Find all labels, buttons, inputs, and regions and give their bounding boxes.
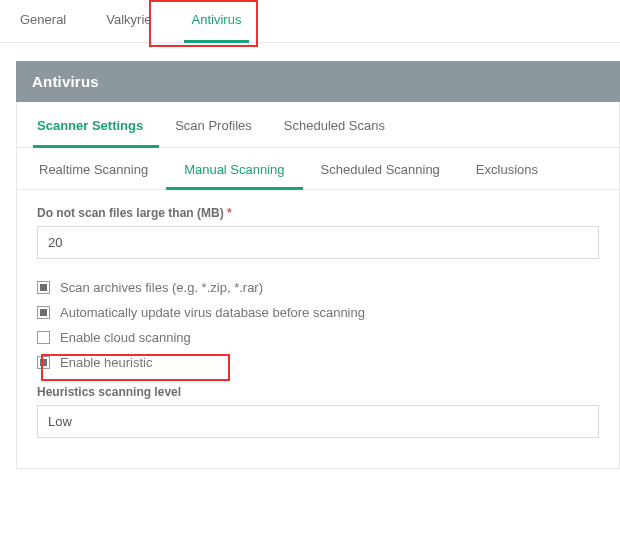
checkbox-heuristic-label: Enable heuristic bbox=[60, 355, 153, 370]
checkbox-archives-icon[interactable] bbox=[37, 281, 50, 294]
section-tab-scheduled-scans[interactable]: Scheduled Scans bbox=[268, 102, 401, 147]
panel-body: Scanner Settings Scan Profiles Scheduled… bbox=[16, 102, 620, 469]
settings-page: General Valkyrie Antivirus Antivirus Sca… bbox=[0, 0, 620, 534]
checkbox-cloud-icon[interactable] bbox=[37, 331, 50, 344]
section-tabs: Scanner Settings Scan Profiles Scheduled… bbox=[17, 102, 619, 148]
panel-wrap: Antivirus Scanner Settings Scan Profiles… bbox=[0, 43, 620, 469]
tab-antivirus[interactable]: Antivirus bbox=[172, 0, 262, 42]
section-tab-scanner-settings[interactable]: Scanner Settings bbox=[33, 102, 159, 147]
checkbox-autoupdate-label: Automatically update virus database befo… bbox=[60, 305, 365, 320]
sub-tab-scheduled[interactable]: Scheduled Scanning bbox=[303, 148, 458, 189]
heuristic-level-label: Heuristics scanning level bbox=[37, 385, 599, 399]
checkbox-archives-row[interactable]: Scan archives files (e.g. *.zip, *.rar) bbox=[37, 275, 599, 300]
checkbox-heuristic-icon[interactable] bbox=[37, 356, 50, 369]
sub-tab-realtime[interactable]: Realtime Scanning bbox=[35, 148, 166, 189]
file-size-input[interactable] bbox=[37, 226, 599, 259]
checkbox-cloud-row[interactable]: Enable cloud scanning bbox=[37, 325, 599, 350]
heuristic-level-input[interactable] bbox=[37, 405, 599, 438]
file-size-label-text: Do not scan files large than (MB) bbox=[37, 206, 224, 220]
checkbox-cloud-label: Enable cloud scanning bbox=[60, 330, 191, 345]
sub-tabs: Realtime Scanning Manual Scanning Schedu… bbox=[17, 148, 619, 190]
form-area: Do not scan files large than (MB) * Scan… bbox=[17, 190, 619, 468]
checkbox-autoupdate-icon[interactable] bbox=[37, 306, 50, 319]
panel-title: Antivirus bbox=[16, 61, 620, 102]
checkbox-archives-label: Scan archives files (e.g. *.zip, *.rar) bbox=[60, 280, 263, 295]
top-tabs: General Valkyrie Antivirus bbox=[0, 0, 620, 43]
sub-tab-exclusions[interactable]: Exclusions bbox=[458, 148, 556, 189]
section-tab-scan-profiles[interactable]: Scan Profiles bbox=[159, 102, 268, 147]
required-marker: * bbox=[227, 206, 232, 220]
sub-tab-manual[interactable]: Manual Scanning bbox=[166, 148, 302, 189]
checkbox-autoupdate-row[interactable]: Automatically update virus database befo… bbox=[37, 300, 599, 325]
tab-valkyrie[interactable]: Valkyrie bbox=[86, 0, 171, 42]
file-size-label: Do not scan files large than (MB) * bbox=[37, 206, 599, 220]
tab-general[interactable]: General bbox=[0, 0, 86, 42]
checkbox-heuristic-row[interactable]: Enable heuristic bbox=[37, 350, 599, 375]
